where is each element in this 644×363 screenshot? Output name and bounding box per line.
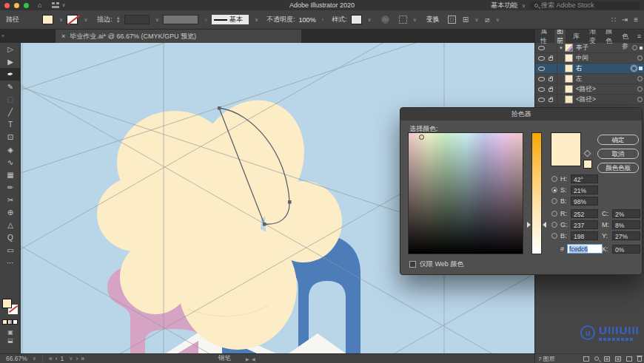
- panel-tab-0[interactable]: 属性: [538, 30, 549, 43]
- value-c[interactable]: 2%: [612, 209, 640, 218]
- shaper-tool[interactable]: ▢: [0, 93, 21, 106]
- lock-toggle[interactable]: [546, 97, 555, 102]
- color-swatches-button[interactable]: 颜色色板: [597, 163, 639, 173]
- new-layer-icon[interactable]: [626, 356, 632, 362]
- panel-tab-4[interactable]: 颜色: [603, 30, 614, 43]
- stroke-style-dropdown[interactable]: 基本: [212, 15, 249, 24]
- document-setup-icon[interactable]: [381, 16, 389, 24]
- stock-search-input[interactable]: 搜索 Adobe Stock: [530, 1, 640, 10]
- panel-tab-2[interactable]: 库: [571, 30, 582, 43]
- web-color-warning-icon[interactable]: [584, 150, 591, 157]
- bounding-box-icon[interactable]: [448, 16, 456, 24]
- value-m[interactable]: 8%: [612, 220, 640, 229]
- eraser-tool[interactable]: ◈: [0, 143, 21, 156]
- radio-b2[interactable]: [551, 233, 557, 239]
- anchor-point[interactable]: [288, 200, 292, 204]
- artboard-tool[interactable]: ▭: [0, 244, 21, 257]
- delete-layer-icon[interactable]: [637, 356, 642, 362]
- opacity-value[interactable]: 100%: [299, 16, 316, 24]
- color-fill-icon[interactable]: [2, 319, 7, 325]
- radio-g[interactable]: [551, 222, 557, 228]
- collect-export-icon[interactable]: [583, 356, 589, 362]
- chevron-down-icon[interactable]: ∨: [84, 17, 87, 23]
- zoom-level[interactable]: 66.67%: [6, 355, 27, 362]
- stroke-weight-input[interactable]: [124, 15, 150, 24]
- layer-thumbnail[interactable]: [565, 95, 573, 104]
- align-icon[interactable]: ⊞: [463, 16, 469, 24]
- layer-row-1[interactable]: 中间: [535, 53, 644, 64]
- shape-mode-icon[interactable]: ⧄: [485, 16, 489, 24]
- edit-toolbar[interactable]: ⋯: [0, 257, 21, 269]
- eyedropper-tool[interactable]: ✏: [0, 181, 21, 194]
- none-fill-icon[interactable]: [13, 319, 18, 325]
- new-sublayer-icon[interactable]: [615, 356, 621, 362]
- chevron-down-icon[interactable]: ∨: [155, 17, 159, 23]
- visibility-eye-icon[interactable]: [538, 87, 545, 92]
- free-transform-tool[interactable]: ⊡: [0, 131, 21, 143]
- properties-grid-icon[interactable]: ∷: [611, 16, 615, 24]
- target-circle-icon[interactable]: [631, 66, 637, 71]
- dialog-title[interactable]: 拾色器: [400, 108, 642, 121]
- screen-mode-icon[interactable]: ⬓: [7, 337, 13, 344]
- visibility-eye-icon[interactable]: [538, 56, 545, 61]
- value-g[interactable]: 237: [571, 220, 598, 229]
- chevron-down-icon[interactable]: ∨: [59, 17, 63, 23]
- web-safe-swatch[interactable]: [583, 160, 592, 169]
- transform-button[interactable]: 变换: [426, 15, 440, 24]
- lasso-tool[interactable]: ∿: [0, 156, 21, 169]
- chevron-down-icon[interactable]: ∨: [474, 17, 478, 23]
- locate-object-icon[interactable]: [594, 356, 599, 361]
- anchor-point[interactable]: [263, 223, 266, 226]
- gradient-fill-icon[interactable]: [7, 319, 13, 325]
- chevron-down-icon[interactable]: ∨: [255, 17, 258, 23]
- first-artboard-icon[interactable]: «: [49, 355, 53, 362]
- layer-thumbnail[interactable]: [565, 75, 573, 83]
- hex-input[interactable]: fcedc6: [567, 244, 603, 254]
- type-tool[interactable]: T: [0, 118, 21, 131]
- stroke-weight-stepper[interactable]: ▲▼: [116, 16, 121, 24]
- selection-tool[interactable]: ▷: [0, 43, 21, 55]
- slider-handle-left[interactable]: [527, 222, 531, 228]
- collapse-left-icon[interactable]: »: [1, 33, 4, 38]
- lock-toggle[interactable]: [546, 76, 555, 81]
- align-options-icon[interactable]: [399, 16, 407, 24]
- radio-h[interactable]: [551, 176, 557, 182]
- lock-toggle[interactable]: [546, 86, 555, 92]
- panel-menu-icon[interactable]: ≡: [637, 33, 641, 40]
- chevron-down-icon[interactable]: ∨: [368, 17, 372, 23]
- pen-tool[interactable]: ✒: [0, 68, 21, 81]
- visibility-eye-icon[interactable]: [538, 98, 545, 102]
- anchor-point[interactable]: [218, 106, 221, 110]
- document-tab[interactable]: × 毕业作业.ai* @ 66.67% (CMYK/GPU 预览): [56, 30, 301, 43]
- gradient-tool[interactable]: ▦: [0, 169, 21, 181]
- visibility-eye-icon[interactable]: [538, 77, 545, 81]
- fill-indicator-swatch[interactable]: [2, 299, 12, 308]
- graphic-style-swatch[interactable]: [351, 15, 362, 24]
- panel-tab-5[interactable]: 颜色参: [620, 30, 632, 43]
- value-b2[interactable]: 198: [571, 231, 598, 240]
- cancel-button[interactable]: 取消: [597, 149, 639, 159]
- layer-row-0[interactable]: ▼亭子: [535, 43, 644, 53]
- width-profile-dropdown[interactable]: [163, 15, 198, 24]
- close-tab-icon[interactable]: ×: [61, 33, 65, 40]
- web-only-checkbox-row[interactable]: 仅限 Web 颜色: [409, 259, 463, 269]
- make-mask-icon[interactable]: [604, 356, 610, 362]
- visibility-eye-icon[interactable]: [538, 67, 545, 71]
- target-circle-icon[interactable]: [632, 45, 637, 50]
- target-circle-icon[interactable]: [637, 86, 643, 92]
- fill-color-swatch[interactable]: [42, 15, 53, 24]
- layer-thumbnail[interactable]: [565, 64, 573, 72]
- layer-thumbnail[interactable]: [565, 44, 573, 52]
- layer-thumbnail[interactable]: [565, 85, 573, 93]
- target-circle-icon[interactable]: [637, 55, 643, 61]
- chevron-down-icon[interactable]: ∨: [69, 356, 73, 362]
- dock-panel-icon[interactable]: ⇥: [622, 16, 628, 24]
- target-circle-icon[interactable]: [637, 97, 643, 102]
- stroke-color-swatch[interactable]: [67, 15, 78, 24]
- chevron-right-icon[interactable]: ›: [322, 17, 323, 22]
- next-artboard-icon[interactable]: ›: [76, 355, 78, 362]
- layer-thumbnail[interactable]: [565, 54, 573, 62]
- workspace-switcher[interactable]: 基本功能 ∨: [491, 1, 526, 10]
- panel-menu-icon[interactable]: ≡: [634, 16, 638, 24]
- lock-toggle[interactable]: [546, 55, 555, 61]
